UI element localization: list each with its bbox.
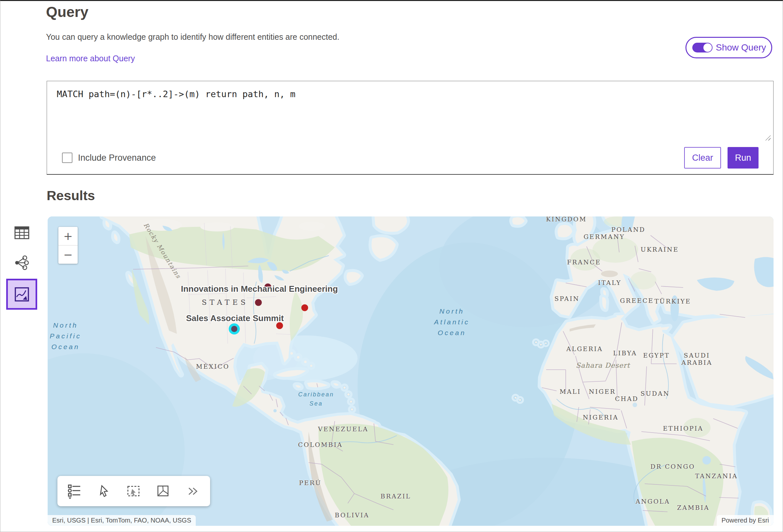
map-view[interactable]: KINGDOMPOLANDGERMANYUKRAINEFRANCEITALYSP… bbox=[48, 217, 774, 526]
table-icon bbox=[14, 225, 30, 240]
event-point[interactable] bbox=[264, 284, 272, 291]
toggle-switch-icon[interactable] bbox=[692, 43, 713, 53]
sidebar-item-link-chart-view[interactable] bbox=[14, 255, 30, 271]
include-provenance-label: Include Provenance bbox=[78, 153, 156, 163]
query-panel: MATCH path=(n)-[r*..2]->(m) return path,… bbox=[46, 81, 774, 175]
polygon-select-icon bbox=[156, 484, 170, 498]
page-description: You can query a knowledge graph to ident… bbox=[46, 32, 339, 42]
event-point[interactable] bbox=[302, 304, 308, 311]
legend-button[interactable] bbox=[65, 481, 85, 501]
event-point[interactable] bbox=[276, 322, 283, 329]
select-by-rectangle-button[interactable] bbox=[124, 481, 144, 501]
zoom-out-button[interactable]: − bbox=[58, 245, 77, 264]
learn-more-link[interactable]: Learn more about Query bbox=[46, 54, 135, 63]
event-point-center bbox=[231, 326, 238, 332]
map-attribution: Esri, USGS | Esri, TomTom, FAO, NOAA, US… bbox=[48, 515, 196, 526]
zoom-in-button[interactable]: + bbox=[58, 227, 77, 245]
rectangle-select-icon bbox=[126, 484, 141, 498]
run-button[interactable]: Run bbox=[727, 147, 758, 169]
map-icon bbox=[14, 287, 30, 302]
show-query-label: Show Query bbox=[716, 42, 766, 53]
results-title: Results bbox=[46, 188, 95, 203]
powered-by-esri: Powered by Esri bbox=[717, 515, 774, 526]
page: Query You can query a knowledge graph to… bbox=[0, 0, 783, 532]
toolbar-expand-button[interactable] bbox=[183, 481, 202, 501]
sidebar-item-table-view[interactable] bbox=[14, 225, 30, 241]
toggle-knob bbox=[703, 43, 712, 52]
cursor-icon bbox=[97, 484, 112, 498]
page-title: Query bbox=[46, 4, 88, 21]
map-toolbar bbox=[57, 476, 210, 506]
show-query-toggle[interactable]: Show Query bbox=[685, 37, 772, 58]
sidebar-item-map-view-selected[interactable] bbox=[6, 279, 37, 310]
event-point[interactable] bbox=[255, 299, 262, 306]
query-panel-footer: Include Provenance Clear Run bbox=[47, 141, 773, 174]
legend-icon bbox=[67, 484, 82, 499]
clear-button[interactable]: Clear bbox=[684, 147, 721, 169]
query-input[interactable]: MATCH path=(n)-[r*..2]->(m) return path,… bbox=[47, 81, 773, 142]
select-by-polygon-button[interactable] bbox=[153, 481, 173, 501]
event-point-selected[interactable] bbox=[229, 323, 240, 334]
map-zoom-control: + − bbox=[58, 227, 77, 264]
link-chart-icon bbox=[14, 255, 30, 270]
select-cursor-button[interactable] bbox=[95, 481, 114, 501]
double-chevron-right-icon bbox=[186, 484, 200, 498]
include-provenance-checkbox[interactable] bbox=[62, 153, 72, 163]
